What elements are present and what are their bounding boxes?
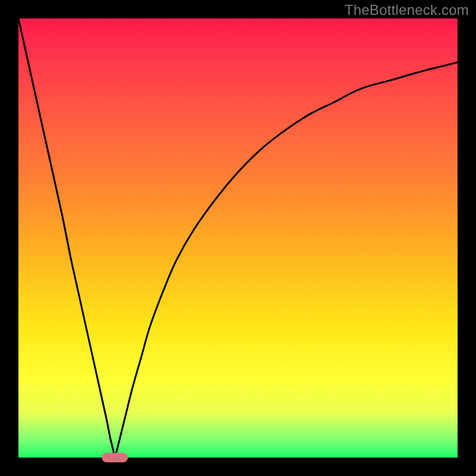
plot-area [18, 18, 458, 458]
curve-svg [18, 18, 458, 458]
chart-frame: TheBottleneck.com [0, 0, 476, 476]
left-branch-path [18, 18, 115, 458]
right-branch-path [115, 62, 458, 458]
minimum-marker [102, 453, 128, 462]
watermark-text: TheBottleneck.com [345, 2, 469, 18]
